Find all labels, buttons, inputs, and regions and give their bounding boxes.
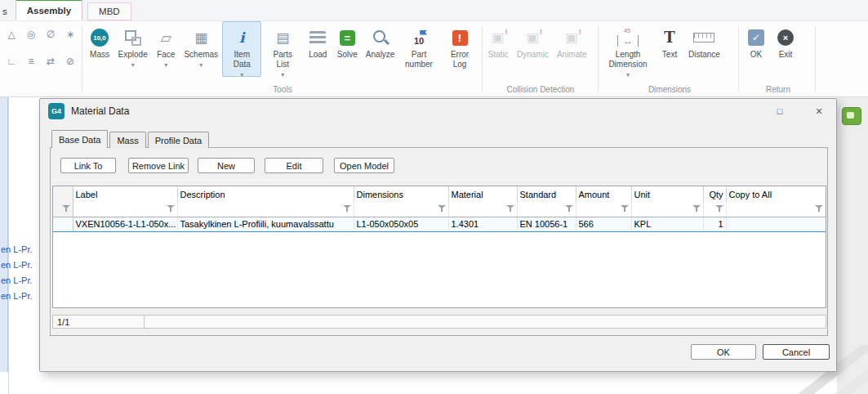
tree-item[interactable]: en L-Pr. (1, 273, 38, 289)
ribbon-button-text[interactable]: TText (656, 21, 683, 60)
angle-constraint-icon[interactable]: △ (2, 27, 20, 41)
dock-panel-icon[interactable] (842, 107, 861, 125)
table-cell[interactable]: EN 10056-1 (517, 217, 576, 231)
column-header-standard[interactable]: Standard (517, 186, 576, 202)
tree-item[interactable]: en L-Pr. (1, 242, 38, 257)
tree-item[interactable]: en L-Pr. (1, 289, 38, 304)
swap-constraint-icon[interactable]: ⇄ (42, 54, 60, 68)
maximize-icon[interactable]: □ (771, 102, 789, 119)
diameter-constraint-icon[interactable]: ∅ (42, 27, 60, 41)
ribbon-button-ok[interactable]: ✓OK (742, 21, 770, 60)
table-cell[interactable]: KPL (631, 217, 703, 231)
analyze-icon (371, 28, 390, 47)
ribbon-tab-assembly[interactable]: Assembly (16, 0, 82, 20)
filter-funnel-icon[interactable] (506, 204, 515, 213)
table-cell[interactable] (726, 217, 826, 231)
dialog-tab-base-data[interactable]: Base Data (51, 130, 108, 148)
ribbon-button-static[interactable]: ▣Static (484, 21, 512, 60)
dropdown-arrow-icon[interactable] (626, 69, 630, 76)
ribbon-button-load[interactable]: Load (304, 21, 332, 60)
new-button[interactable]: New (198, 158, 255, 173)
ok-button[interactable]: OK (691, 344, 756, 360)
ribbon-tab-mbd[interactable]: MBD (87, 2, 131, 20)
filter-cell[interactable] (354, 202, 448, 217)
filter-funnel-icon[interactable] (343, 204, 352, 213)
ribbon-group-return: ✓OK×ExitReturn (741, 21, 815, 95)
ribbon-button-error-log[interactable]: !Error Log (440, 21, 479, 70)
ribbon-button-part-number[interactable]: 10Part number (399, 21, 438, 70)
dropdown-arrow-icon[interactable] (281, 69, 284, 76)
table-cell[interactable]: 1.4301 (448, 217, 517, 231)
column-header-unit[interactable]: Unit (631, 186, 703, 202)
filter-cell[interactable] (177, 202, 354, 217)
filter-cell[interactable] (726, 202, 826, 217)
ribbon-button-animate[interactable]: ▣Animate (554, 21, 590, 60)
filter-cell[interactable] (73, 202, 177, 217)
close-icon[interactable]: × (810, 102, 828, 119)
ribbon-button-distance[interactable]: Distance (685, 21, 723, 60)
ribbon-button-exit[interactable]: ×Exit (772, 21, 799, 60)
ribbon-button-mass[interactable]: 10,0Mass (86, 21, 114, 60)
filter-cell[interactable] (576, 202, 631, 217)
column-header-amount[interactable]: Amount (576, 186, 631, 202)
filter-cell[interactable] (448, 202, 517, 217)
filter-funnel-icon[interactable] (815, 204, 824, 213)
link-to-button[interactable]: Link To (60, 158, 116, 173)
dropdown-arrow-icon[interactable] (240, 69, 243, 76)
column-header-copy-to-all[interactable]: Copy to All (726, 186, 826, 202)
ribbon-tab-s[interactable]: s (0, 2, 16, 20)
filter-funnel-icon[interactable] (692, 204, 701, 213)
table-cell[interactable]: L1-050x050x05 (354, 217, 448, 231)
ribbon-button-item-data[interactable]: iItem Data (222, 21, 261, 77)
perpendicular-constraint-icon[interactable]: ∟ (2, 54, 20, 68)
filter-funnel-icon[interactable] (438, 204, 447, 213)
filter-funnel-icon[interactable] (167, 204, 176, 213)
dropdown-arrow-icon[interactable] (164, 60, 167, 66)
ribbon-button-parts-list[interactable]: ▤Parts List (263, 21, 302, 77)
dropdown-arrow-icon[interactable] (131, 60, 135, 66)
dialog-tab-mass[interactable]: Mass (109, 132, 145, 148)
cancel-button[interactable]: Cancel (763, 344, 830, 360)
table-cell[interactable]: 566 (576, 217, 631, 231)
open-model-button[interactable]: Open Model (334, 158, 394, 173)
dropdown-arrow-icon[interactable] (199, 60, 203, 66)
ribbon-button-explode[interactable]: Explode (115, 21, 150, 67)
partnumber-icon: 10 (414, 30, 424, 46)
coincident-constraint-icon[interactable]: ∗ (61, 27, 79, 41)
row-selector[interactable] (53, 217, 73, 231)
ribbon-button-schemas[interactable]: ▦Schemas (181, 21, 220, 67)
dialog-tab-profile-data[interactable]: Profile Data (148, 132, 209, 148)
dialog-titlebar[interactable]: G4 Material Data □ × (40, 99, 836, 123)
table-cell[interactable]: VXEN10056-1-L1-050x... (73, 217, 177, 231)
remove-link-button[interactable]: Remove Link (128, 158, 189, 173)
ribbon-body: △◎∅∗∟≡⇄⊘ 10,0MassExplode▱Face▦SchemasiIt… (0, 21, 868, 96)
filter-funnel-icon[interactable] (62, 204, 71, 213)
table-cell[interactable]: 1 (703, 217, 726, 231)
ribbon-button-length-dimension[interactable]: 45↔Length Dimension (602, 21, 654, 77)
ribbon-button-solve[interactable]: =Solve (333, 21, 361, 60)
column-header-dimensions[interactable]: Dimensions (354, 186, 448, 202)
ribbon-button-dynamic[interactable]: ▣Dynamic (514, 21, 552, 60)
column-header-label[interactable]: Label (73, 186, 177, 202)
parallel-constraint-icon[interactable]: ≡ (22, 54, 40, 68)
filter-cell[interactable] (517, 202, 576, 217)
dialog-tabs: Base DataMassProfile Data (51, 130, 211, 148)
filter-cell[interactable] (631, 202, 703, 217)
column-header-material[interactable]: Material (448, 186, 517, 202)
filter-funnel-icon[interactable] (565, 204, 574, 213)
column-header-qty[interactable]: Qty (703, 186, 726, 202)
ribbon-button-face[interactable]: ▱Face (152, 21, 180, 67)
edit-button[interactable]: Edit (265, 158, 323, 173)
table-cell[interactable]: Tasakylkinen L-Profiili, kuumavalssattu (177, 217, 354, 231)
table-row[interactable]: VXEN10056-1-L1-050x...Tasakylkinen L-Pro… (53, 217, 826, 231)
column-header-description[interactable]: Description (177, 186, 354, 202)
filter-funnel-icon[interactable] (715, 204, 724, 213)
filter-funnel-icon[interactable] (621, 204, 630, 213)
filter-cell[interactable] (53, 202, 73, 217)
filter-cell[interactable] (703, 202, 726, 217)
concentric-constraint-icon[interactable]: ◎ (22, 27, 40, 41)
ribbon-button-analyze[interactable]: Analyze (363, 21, 398, 60)
tangent-constraint-icon[interactable]: ⊘ (61, 54, 79, 68)
itemdata-icon: i (239, 31, 244, 45)
tree-item[interactable]: en L-Pr. (1, 257, 38, 273)
